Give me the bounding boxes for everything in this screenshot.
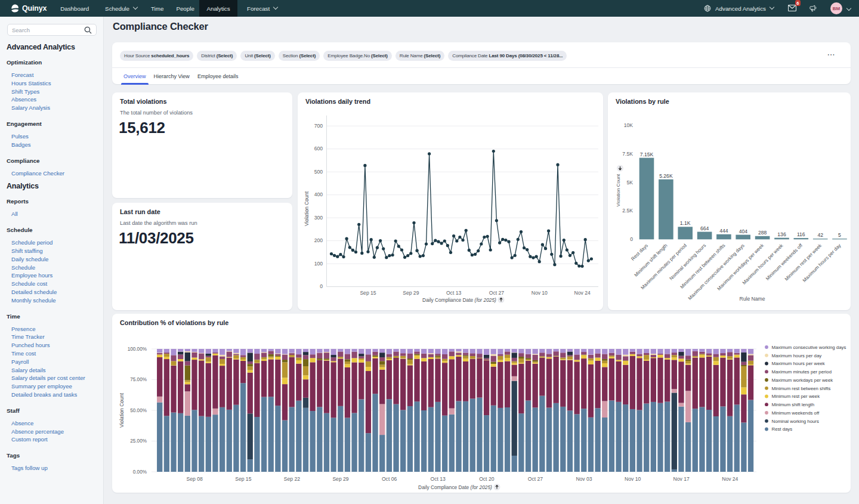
svg-text:50.00%: 50.00% [130, 408, 147, 413]
svg-text:Oct 13: Oct 13 [431, 476, 446, 482]
svg-text:10K: 10K [624, 122, 634, 128]
svg-text:444: 444 [719, 228, 728, 234]
svg-text:Maximum workdays per week: Maximum workdays per week [772, 378, 833, 383]
svg-text:Nov 10: Nov 10 [625, 476, 641, 482]
svg-text:Rest days: Rest days [772, 426, 793, 432]
svg-text:Sep 08: Sep 08 [187, 476, 203, 482]
svg-text:7.15K: 7.15K [640, 151, 654, 157]
svg-text:700: 700 [314, 123, 323, 129]
svg-text:Minimum weekends off: Minimum weekends off [765, 243, 804, 282]
svg-text:400: 400 [314, 191, 323, 197]
svg-text:Violation Count: Violation Count [304, 191, 310, 226]
svg-text:0: 0 [630, 236, 633, 242]
svg-text:288: 288 [758, 230, 767, 236]
svg-text:7.5K: 7.5K [622, 151, 633, 157]
svg-text:2.5K: 2.5K [622, 208, 633, 214]
svg-text:Nov 24: Nov 24 [722, 476, 738, 482]
svg-text:Sep 29: Sep 29 [403, 290, 419, 296]
svg-text:Sep 22: Sep 22 [284, 476, 300, 482]
svg-text:Rest days: Rest days [630, 243, 649, 262]
svg-text:100: 100 [314, 261, 323, 267]
svg-text:100.00%: 100.00% [128, 347, 147, 352]
svg-text:0: 0 [320, 283, 323, 289]
svg-text:Maximum hours per day: Maximum hours per day [772, 353, 822, 358]
svg-text:Nominal working hours: Nominal working hours [669, 243, 707, 282]
svg-text:Nov 10: Nov 10 [532, 290, 548, 296]
svg-text:Sep 15: Sep 15 [360, 290, 376, 296]
svg-text:5.26K: 5.26K [659, 173, 673, 179]
svg-text:Sep 15: Sep 15 [235, 476, 251, 482]
svg-text:1.1K: 1.1K [680, 220, 691, 226]
svg-text:Daily Compliance Date (for 202: Daily Compliance Date (for 2025) [418, 484, 492, 490]
svg-text:Violation Count: Violation Count [616, 174, 621, 206]
svg-text:75.00%: 75.00% [130, 377, 147, 382]
svg-text:Oct 20: Oct 20 [479, 476, 495, 482]
svg-text:664: 664 [700, 225, 709, 231]
svg-text:Maximum minutes per period: Maximum minutes per period [772, 369, 832, 375]
svg-text:300: 300 [314, 215, 323, 221]
svg-text:200: 200 [314, 237, 323, 243]
svg-text:Minimum weekends off: Minimum weekends off [772, 410, 820, 416]
svg-text:500: 500 [314, 169, 323, 175]
svg-text:Nov 17: Nov 17 [673, 476, 690, 482]
svg-text:Minimum rest between shifts: Minimum rest between shifts [772, 386, 831, 391]
svg-text:Minimum shift length: Minimum shift length [634, 243, 669, 278]
svg-text:600: 600 [314, 146, 323, 151]
svg-text:Minimum rest per week: Minimum rest per week [784, 242, 823, 282]
svg-text:Nominal working hours: Nominal working hours [772, 419, 819, 424]
svg-text:404: 404 [739, 228, 748, 234]
svg-text:136: 136 [777, 231, 786, 237]
svg-text:42: 42 [817, 232, 823, 238]
svg-text:Maximum hours per week: Maximum hours per week [772, 361, 825, 366]
svg-text:Minimum shift length: Minimum shift length [772, 402, 815, 407]
svg-text:Nov 03: Nov 03 [576, 476, 592, 482]
svg-text:Oct 13: Oct 13 [446, 290, 462, 296]
svg-text:Minimum rest per week: Minimum rest per week [772, 394, 820, 399]
svg-text:Daily Compliance Date (for 202: Daily Compliance Date (for 2025) [422, 297, 496, 303]
svg-text:0.00%: 0.00% [133, 469, 147, 475]
svg-text:Oct 06: Oct 06 [382, 476, 397, 482]
svg-text:116: 116 [797, 231, 805, 237]
svg-text:Maximum consecutive working da: Maximum consecutive working days [772, 345, 846, 350]
svg-text:Nov 24: Nov 24 [574, 290, 590, 296]
svg-text:25.00%: 25.00% [130, 438, 147, 444]
svg-text:5: 5 [838, 232, 841, 238]
svg-text:Oct 27: Oct 27 [528, 476, 543, 482]
svg-text:Violation Count: Violation Count [119, 392, 125, 428]
svg-text:5K: 5K [626, 180, 633, 185]
svg-text:Rule Name: Rule Name [740, 296, 765, 302]
svg-text:Sep 29: Sep 29 [332, 476, 348, 482]
svg-text:Maximum hours per day: Maximum hours per day [802, 242, 842, 283]
svg-text:Oct 27: Oct 27 [489, 290, 505, 296]
